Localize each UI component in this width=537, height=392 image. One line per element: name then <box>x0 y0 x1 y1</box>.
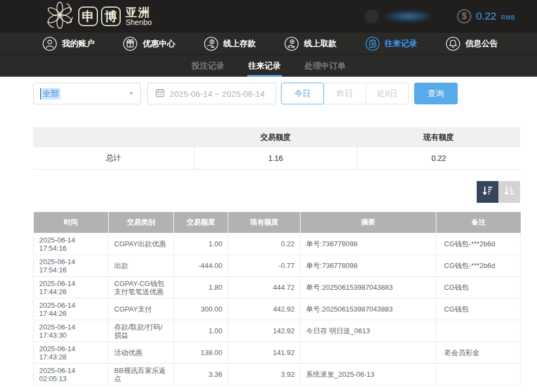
tab-bet-records[interactable]: 投注记录 <box>192 55 224 77</box>
table-row: 2025-06-14 02:05:13BB视讯百家乐返点3.363.92系统派发… <box>34 364 521 385</box>
content: 全部 ▼ 2025-06-14 ~ 2025-06-14 今日 昨日 近8日 查… <box>33 83 520 385</box>
balance-display: $ 0.22 RMB <box>457 9 515 23</box>
type-select[interactable]: 全部 ▼ <box>33 83 141 104</box>
transactions-body: 2025-06-14 17:54:16CGPAY出款优惠1.000.22单号:7… <box>34 233 521 385</box>
chevron-down-icon: ▼ <box>129 91 134 96</box>
table-cell: 142.92 <box>228 320 301 342</box>
table-cell: -0.77 <box>228 255 301 277</box>
tab-transaction-records[interactable]: 往来记录 <box>248 55 281 77</box>
table-cell: 3.92 <box>228 364 301 385</box>
nav-item-announcements[interactable]: 信息公告 <box>446 36 498 51</box>
table-cell: -444.00 <box>174 255 228 277</box>
summary-header-empty <box>33 127 194 147</box>
sort-descending-icon <box>482 185 494 198</box>
table-row: 2025-06-14 17:43:28活动优惠138.00141.92老会员彩金 <box>34 342 521 364</box>
sub-nav: 投注记录 往来记录 处理中订单 <box>0 54 537 77</box>
sort-row <box>33 181 520 203</box>
logo-char-shen: 申 <box>78 7 98 26</box>
table-cell: 138.00 <box>174 342 228 364</box>
table-cell: CGPAY支付 <box>109 298 174 320</box>
table-cell: BB视讯百家乐返点 <box>109 364 174 385</box>
transactions-table: 时间交易类别交易额度现有额度摘要备注 2025-06-14 17:54:16CG… <box>33 212 521 386</box>
gift-icon <box>123 36 138 51</box>
table-cell: CGPAY-CG钱包支付笔笔送优惠 <box>109 277 174 298</box>
records-icon <box>365 36 380 51</box>
logo-region-cn: 亚洲 <box>126 7 152 18</box>
summary-current-total: 0.22 <box>357 147 520 169</box>
table-cell: 存款/取款/打码/损益 <box>109 320 174 342</box>
nav-item-deposit[interactable]: 线上存款 <box>204 36 256 51</box>
summary-header-row: 交易额度 现有额度 <box>33 127 520 147</box>
column-header: 备注 <box>436 212 521 233</box>
table-cell: 2025-06-14 17:44:26 <box>34 298 109 320</box>
filter-row: 全部 ▼ 2025-06-14 ~ 2025-06-14 今日 昨日 近8日 查… <box>33 83 520 104</box>
table-cell: 2025-06-14 02:05:13 <box>34 364 109 385</box>
table-cell: CGPAY出款优惠 <box>109 233 174 255</box>
table-cell: 2025-06-14 17:44:26 <box>34 277 109 298</box>
type-select-value: 全部 <box>40 88 60 99</box>
column-header: 交易类别 <box>109 212 174 233</box>
date-range-value: 2025-06-14 ~ 2025-06-14 <box>170 89 265 98</box>
sort-descending-button[interactable] <box>477 181 498 203</box>
table-row: 2025-06-14 17:54:16CGPAY出款优惠1.000.22单号:7… <box>34 233 521 255</box>
table-cell: 单号:202506153987043883 <box>301 298 436 320</box>
table-row: 2025-06-14 17:54:16出款-444.00-0.77单号:7367… <box>34 255 521 277</box>
withdraw-icon <box>284 36 299 51</box>
table-cell: 2025-06-14 17:54:16 <box>34 255 109 277</box>
avatar <box>365 9 379 23</box>
table-cell: 141.92 <box>228 342 301 364</box>
user-icon <box>42 36 57 51</box>
site-logo[interactable]: 申 博 亚洲 Shenbo <box>45 1 152 32</box>
table-cell: 老会员彩金 <box>436 342 521 364</box>
table-cell: 1.00 <box>174 320 228 342</box>
table-cell: CG钱包-***2b6d <box>436 233 521 255</box>
yesterday-button[interactable]: 昨日 <box>323 83 366 104</box>
bell-icon <box>446 36 460 51</box>
balance-amount: 0.22 <box>476 10 496 22</box>
table-cell: 今日存 明日送_0613 <box>301 320 436 342</box>
column-header: 摘要 <box>301 212 436 233</box>
table-row: 2025-06-14 17:44:26CGPAY-CG钱包支付笔笔送优惠1.80… <box>34 277 521 298</box>
transactions-header-row: 时间交易类别交易额度现有额度摘要备注 <box>34 212 521 233</box>
table-cell: 0.22 <box>228 233 301 255</box>
table-cell: 1.00 <box>174 233 228 255</box>
summary-total-label: 总计 <box>33 147 194 169</box>
table-cell <box>436 320 521 342</box>
table-cell: 单号:736778098 <box>301 233 436 255</box>
column-header: 现有额度 <box>228 212 301 233</box>
summary-table: 交易额度 现有额度 总计 1.16 0.22 <box>33 127 520 170</box>
table-row: 2025-06-14 17:44:26CGPAY支付300.00442.92单号… <box>34 298 521 320</box>
summary-trade-total: 1.16 <box>194 147 357 169</box>
top-header: 申 博 亚洲 Shenbo $ 0.22 RMB <box>0 0 537 33</box>
main-nav: 我的账户 优惠中心 线上存款 <box>0 33 537 54</box>
tab-processing-orders[interactable]: 处理中订单 <box>305 55 346 77</box>
table-cell <box>301 342 436 364</box>
dollar-icon: $ <box>457 9 471 23</box>
nav-item-records[interactable]: 往来记录 <box>365 36 417 51</box>
table-cell: 出款 <box>109 255 174 277</box>
quick-date-group: 今日 昨日 近8日 <box>281 83 409 104</box>
table-cell: CG钱包-***2b6d <box>436 255 521 277</box>
table-row: 2025-06-14 17:43:30存款/取款/打码/损益1.00142.92… <box>34 320 521 342</box>
logo-region-en: Shenbo <box>126 18 152 26</box>
deposit-icon <box>204 36 218 51</box>
summary-header-trade-amount: 交易额度 <box>194 127 357 147</box>
table-cell: 300.00 <box>174 298 228 320</box>
nav-item-my-account[interactable]: 我的账户 <box>42 36 95 51</box>
date-range-input[interactable]: 2025-06-14 ~ 2025-06-14 <box>147 83 276 104</box>
search-button[interactable]: 查询 <box>414 83 458 104</box>
column-header: 交易额度 <box>174 212 228 233</box>
nav-item-withdraw[interactable]: 线上取款 <box>284 36 336 51</box>
table-cell: 3.36 <box>174 364 228 385</box>
table-cell: 1.80 <box>174 277 228 298</box>
summary-header-current-amount: 现有额度 <box>357 127 520 147</box>
sort-ascending-icon <box>503 185 515 198</box>
logo-char-bo: 博 <box>101 7 121 26</box>
nav-item-promotions[interactable]: 优惠中心 <box>123 36 175 51</box>
username-blurred[interactable] <box>381 9 431 23</box>
balance-currency: RMB <box>501 14 515 21</box>
last-8-days-button[interactable]: 近8日 <box>366 83 409 104</box>
table-cell: 2025-06-14 17:43:30 <box>34 320 109 342</box>
sort-ascending-button[interactable] <box>498 181 520 203</box>
today-button[interactable]: 今日 <box>281 83 324 104</box>
